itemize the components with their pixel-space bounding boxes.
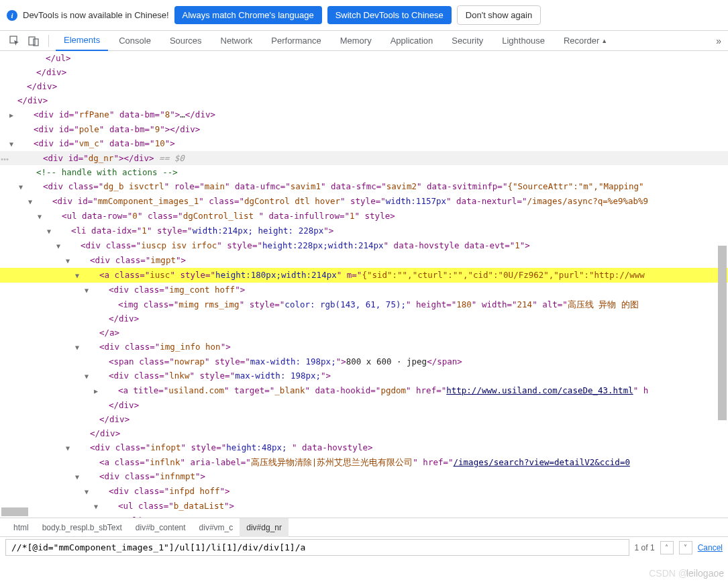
tab-console[interactable]: Console	[111, 31, 159, 51]
tab-security[interactable]: Security	[444, 31, 491, 51]
search-bar: 1 of 1 ˄ ˅ Cancel	[0, 536, 728, 558]
info-icon: i	[7, 10, 17, 21]
tab-application[interactable]: Application	[382, 31, 441, 51]
next-result-button[interactable]: ˅	[679, 541, 692, 554]
tab-performance[interactable]: Performance	[263, 31, 329, 51]
inspect-element-icon[interactable]	[7, 33, 23, 49]
highlighted-node[interactable]: ▼<a class="iusc" style="height:180px;wid…	[0, 268, 728, 283]
crumb-vm-c[interactable]: div#vm_c	[193, 518, 240, 537]
search-input[interactable]	[5, 539, 629, 556]
switch-devtools-button[interactable]: Switch DevTools to Chinese	[327, 6, 452, 24]
prev-result-button[interactable]: ˄	[660, 541, 674, 554]
cancel-search-button[interactable]: Cancel	[698, 543, 723, 552]
tab-network[interactable]: Network	[213, 31, 261, 51]
crumb-dg-nr[interactable]: div#dg_nr	[240, 518, 289, 537]
always-match-button[interactable]: Always match Chrome's language	[174, 6, 322, 24]
crumb-html[interactable]: html	[7, 518, 36, 537]
tab-sources[interactable]: Sources	[162, 31, 210, 51]
crumb-b-content[interactable]: div#b_content	[129, 518, 193, 537]
crumb-body[interactable]: body.b_respl.b_sbText	[36, 518, 129, 537]
vertical-scrollbar[interactable]	[717, 44, 728, 511]
watermark: CSDN @	[649, 568, 688, 579]
devtools-tabbar: Elements Console Sources Network Perform…	[0, 31, 728, 51]
tab-memory[interactable]: Memory	[332, 31, 380, 51]
separator	[48, 35, 49, 47]
breadcrumb: html body.b_respl.b_sbText div#b_content…	[0, 518, 728, 536]
tab-lighthouse[interactable]: Lighthouse	[494, 31, 553, 51]
device-toolbar-icon[interactable]	[25, 33, 42, 49]
tab-recorder[interactable]: Recorder▲	[556, 31, 616, 51]
gutter-dots-icon: •••	[0, 152, 8, 166]
dom-tree[interactable]: </ul> </div> </div> </div> ▶<div id="rfP…	[0, 51, 728, 518]
horizontal-scrollbar[interactable]	[0, 506, 717, 518]
infobar: i DevTools is now available in Chinese! …	[0, 0, 728, 31]
watermark: leilogaoe	[686, 568, 724, 579]
tab-elements[interactable]: Elements	[56, 31, 108, 51]
svg-rect-1	[29, 37, 35, 45]
selected-node[interactable]: <div id="dg_nr"></div> == $0	[0, 151, 728, 165]
search-result-count: 1 of 1	[635, 543, 655, 552]
infobar-text: DevTools is now available in Chinese!	[23, 10, 169, 20]
dont-show-again-button[interactable]: Don't show again	[457, 5, 541, 25]
